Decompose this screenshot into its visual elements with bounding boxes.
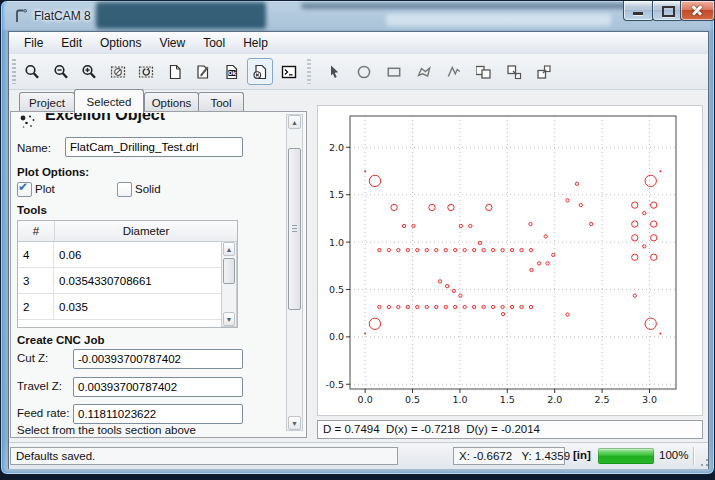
clear-plot-icon[interactable] [105, 58, 131, 85]
title-bar[interactable]: FlatCAM 8 [1, 1, 714, 31]
status-separator [693, 447, 694, 465]
menu-item-file[interactable]: File [15, 33, 52, 53]
draw-rectangle-icon[interactable] [381, 58, 407, 85]
edit-document-icon[interactable] [190, 58, 216, 85]
checkbox-solid[interactable] [117, 182, 132, 197]
tool-number-cell[interactable]: 3 [18, 268, 54, 293]
checkbox-plot[interactable]: ✔ [17, 182, 32, 197]
tool-diameter-cell[interactable]: 0.0354330708661 [54, 268, 222, 293]
scroll-up-icon: ▲ [291, 119, 298, 126]
shell-icon[interactable] [276, 58, 302, 85]
svg-text:3.0: 3.0 [642, 394, 657, 405]
progress-bar [598, 448, 654, 464]
tab-tool[interactable]: Tool [198, 92, 244, 112]
tab-options[interactable]: Options [144, 92, 199, 112]
field-label-feed-rate-: Feed rate: [17, 407, 69, 419]
zoom-fit-icon[interactable] [19, 58, 45, 85]
panel-title: Excellon Object [45, 113, 165, 124]
titlebar-ghost [96, 2, 266, 29]
status-message: Defaults saved. [10, 447, 398, 465]
field-input-cut-z-[interactable] [73, 349, 243, 369]
measurement-readout: D = 0.7494 D(x) = -0.7218 D(y) = -0.2014 [317, 420, 703, 439]
tool-number-cell[interactable]: 2 [18, 294, 54, 319]
thumb-grip [292, 225, 297, 233]
field-label-cut-z-: Cut Z: [17, 352, 48, 364]
table-scrollbar[interactable]: ▲ ▼ [221, 241, 237, 327]
tool-diameter-cell[interactable]: 0.06 [54, 242, 222, 267]
svg-text:2.5: 2.5 [595, 394, 610, 405]
scroll-up-button[interactable]: ▲ [288, 115, 301, 129]
draw-polygon-icon[interactable] [411, 58, 437, 85]
resize-grip-icon[interactable] [697, 455, 709, 467]
menu-item-tool[interactable]: Tool [194, 33, 234, 53]
scroll-down-button[interactable]: ▼ [223, 312, 235, 326]
svg-text:Ok: Ok [227, 69, 236, 75]
menu-item-options[interactable]: Options [91, 33, 150, 53]
scroll-down-icon: ▼ [226, 316, 233, 323]
table-row[interactable]: 30.0354330708661 [18, 268, 222, 294]
table-row[interactable]: 20.035 [18, 294, 222, 320]
plot-canvas[interactable]: 0.00.51.01.52.02.53.0-0.50.00.51.01.52.0 [317, 105, 703, 416]
col-header-diameter[interactable]: Diameter [55, 221, 237, 241]
tab-selected[interactable]: Selected [74, 89, 144, 113]
status-bar: Defaults saved. X: -0.6672 Y: 1.4359 [in… [9, 442, 708, 469]
check-icon: ✔ [18, 180, 28, 194]
menu-item-edit[interactable]: Edit [52, 33, 91, 53]
menu-item-view[interactable]: View [150, 33, 194, 53]
titlebar-ghost [386, 14, 611, 26]
menu-bar: FileEditOptionsViewToolHelp [9, 32, 708, 55]
select-pointer-icon[interactable] [321, 58, 347, 85]
close-button[interactable] [680, 1, 715, 21]
tools-table: # Diameter 40.0630.035433070866120.035 ▲… [17, 220, 238, 328]
draw-path-icon[interactable] [441, 58, 467, 85]
scrollbar-thumb[interactable] [223, 258, 235, 284]
zoom-in-icon[interactable] [76, 58, 102, 85]
tool-diameter-cell[interactable]: 0.035 [54, 294, 222, 319]
svg-text:0.0: 0.0 [358, 394, 373, 405]
scroll-up-icon: ▲ [226, 246, 233, 253]
svg-text:1.5: 1.5 [500, 394, 515, 405]
draw-circle-icon[interactable] [351, 58, 377, 85]
plot-options-label: Plot Options: [17, 166, 89, 178]
tools-hint-text: Select from the tools section above [17, 424, 196, 436]
apply-edit-icon[interactable]: Ok [219, 58, 245, 85]
maximize-button[interactable] [652, 1, 683, 21]
scroll-down-button[interactable]: ▼ [288, 416, 301, 430]
svg-text:-0.5: -0.5 [325, 379, 344, 390]
zoom-out-icon[interactable] [48, 58, 74, 85]
selected-object-panel: Excellon Object Name: Plot Options: ✔Plo… [10, 111, 307, 438]
table-row[interactable]: 40.06 [18, 242, 222, 268]
copy-object-icon[interactable] [471, 58, 497, 85]
svg-text:2.0: 2.0 [547, 394, 562, 405]
flatcam-logo-icon [13, 8, 29, 24]
name-input[interactable] [65, 137, 243, 157]
panel-scrollbar[interactable]: ▲ ▼ [286, 114, 303, 431]
checkbox-label-solid: Solid [135, 183, 161, 195]
scrollbar-thumb[interactable] [288, 148, 301, 310]
name-label: Name: [17, 142, 51, 154]
new-document-icon[interactable] [162, 58, 188, 85]
minimize-icon [633, 12, 643, 15]
cnc-job-label: Create CNC Job [17, 334, 105, 346]
minimize-button[interactable] [623, 1, 654, 21]
progress-percent: 100% [659, 449, 688, 461]
scroll-down-icon: ▼ [291, 420, 298, 427]
svg-text:1.5: 1.5 [329, 189, 344, 200]
toolbar-drag-handle[interactable] [12, 59, 16, 84]
copy-drills-icon[interactable] [531, 58, 557, 85]
scatter-plot[interactable]: 0.00.51.01.52.02.53.0-0.50.00.51.01.52.0 [318, 106, 702, 415]
delete-object-icon[interactable] [247, 58, 273, 85]
toolbar: Ok [9, 54, 708, 90]
tab-project[interactable]: Project [19, 92, 75, 112]
field-input-feed-rate-[interactable] [73, 404, 243, 424]
tools-table-body: 40.0630.035433070866120.035 [18, 242, 237, 320]
replot-icon[interactable] [133, 58, 159, 85]
panel-header: Excellon Object [15, 113, 275, 130]
scroll-up-button[interactable]: ▲ [223, 242, 235, 256]
copy-geometry-icon[interactable] [501, 58, 527, 85]
tool-number-cell[interactable]: 4 [18, 242, 54, 267]
field-input-travel-z-[interactable] [73, 377, 243, 397]
svg-text:1.0: 1.0 [452, 394, 467, 405]
col-header-number[interactable]: # [18, 221, 55, 241]
menu-item-help[interactable]: Help [234, 33, 277, 53]
